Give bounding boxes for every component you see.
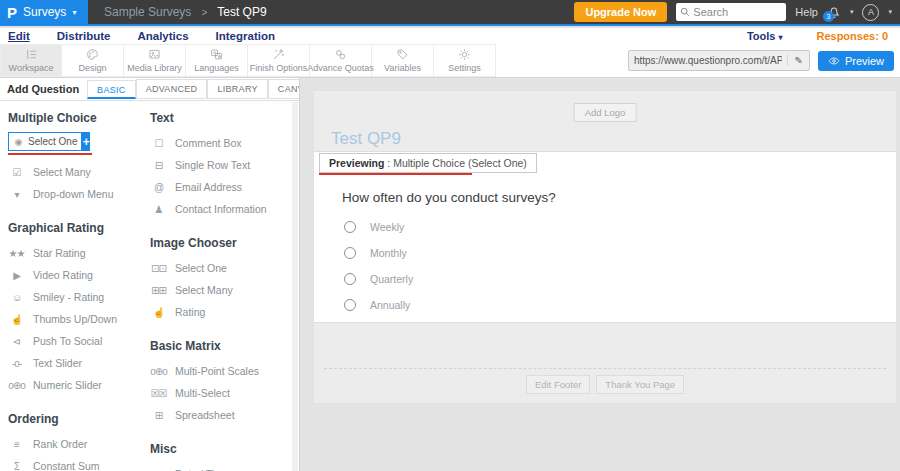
section-heading: Text [150, 111, 292, 125]
survey-title[interactable]: Test QP9 [331, 129, 401, 149]
nav-analytics[interactable]: Analytics [137, 30, 188, 42]
responses-count[interactable]: Responses: 0 [816, 30, 888, 42]
nav-integration[interactable]: Integration [216, 30, 275, 42]
chevron-down-icon[interactable]: ▾ [850, 8, 854, 16]
edit-toolbar: Workspace Design Media Library Languages… [0, 44, 900, 78]
gear-icon [458, 48, 471, 61]
tab-advanced[interactable]: ADVANCED [136, 79, 208, 99]
question-type-comment-box[interactable]: ☐ Comment Box [150, 132, 292, 154]
tab-basic[interactable]: BASIC [87, 80, 136, 99]
question-type-single-row-text[interactable]: ⊟ Single Row Text [150, 154, 292, 176]
toolbar-variables[interactable]: Variables [372, 44, 434, 77]
section-misc: Misc ▦ Date / Time ⌨ Captcha ▦ Calendar [150, 442, 292, 471]
question-type-push-to-social[interactable]: ⊲ Push To Social [8, 330, 150, 352]
question-type-spreadsheet[interactable]: ⊞ Spreadsheet [150, 404, 292, 426]
survey-nav: Edit Distribute Analytics Integration To… [0, 28, 900, 44]
toolbar-advance-quotas[interactable]: Advance Quotas [310, 44, 372, 77]
breadcrumb-current: Test QP9 [217, 5, 266, 19]
survey-url-input[interactable] [629, 55, 788, 66]
survey-url-field[interactable]: ✎ [628, 50, 810, 71]
edit-footer-button[interactable]: Edit Footer [526, 375, 590, 394]
numeric-slider-icon: o⊕o [8, 380, 25, 391]
comment-box-icon: ☐ [150, 138, 167, 149]
toolbar-media-library[interactable]: Media Library [124, 44, 186, 77]
question-type-smiley-rating[interactable]: ☺ Smiley - Rating [8, 286, 150, 308]
magic-wand-icon [272, 48, 285, 61]
product-menu-label: Surveys [23, 5, 66, 19]
question-type-numeric-slider[interactable]: o⊕o Numeric Slider [8, 374, 150, 396]
tab-canvas[interactable]: CANVAS [268, 79, 300, 99]
question-type-dropdown-menu[interactable]: ▾ Drop-down Menu [8, 183, 150, 205]
question-type-star-rating[interactable]: ★★ Star Rating [8, 242, 150, 264]
global-search[interactable] [676, 3, 786, 21]
radio-icon[interactable] [344, 299, 356, 311]
quotas-icon [334, 48, 347, 61]
toolbar-languages[interactable]: Languages [186, 44, 248, 77]
add-select-one-button[interactable]: + [82, 132, 90, 151]
question-type-image-select-one[interactable]: ⊡⊡ Select One [150, 257, 292, 279]
question-type-multi-select[interactable]: ☒☒ Multi-Select [150, 382, 292, 404]
option-quarterly[interactable]: Quarterly [344, 266, 413, 292]
add-question-panel: Add Question BASIC ADVANCED LIBRARY CANV… [0, 78, 300, 471]
add-logo-button[interactable]: Add Logo [574, 103, 637, 122]
notifications-button[interactable]: 3 [827, 5, 841, 19]
tools-menu[interactable]: Tools ▾ [747, 30, 783, 42]
question-type-multi-point-scales[interactable]: o⊕o Multi-Point Scales [150, 360, 292, 382]
nav-right: Tools ▾ Responses: 0 [747, 30, 900, 42]
option-monthly[interactable]: Monthly [344, 240, 413, 266]
radio-icon[interactable] [344, 273, 356, 285]
help-link[interactable]: Help [795, 6, 818, 18]
sigma-icon: Σ [8, 461, 25, 471]
chevron-down-icon[interactable]: ▾ [888, 8, 892, 16]
search-input[interactable] [693, 6, 777, 18]
breadcrumb: Sample Surveys > Test QP9 [104, 0, 267, 24]
question-type-rank-order[interactable]: ≡ Rank Order [8, 433, 150, 455]
email-icon: @ [150, 182, 167, 193]
radio-icon[interactable] [344, 247, 356, 259]
edit-url-icon[interactable]: ✎ [787, 55, 808, 66]
nav-edit[interactable]: Edit [8, 30, 30, 42]
toolbar-workspace[interactable]: Workspace [0, 44, 62, 77]
avatar[interactable]: A [862, 4, 879, 21]
image-select-many-icon: ⊞⊞ [150, 285, 167, 296]
nav-distribute[interactable]: Distribute [57, 30, 111, 42]
survey-page: Add Logo Test QP9 Previewing : Multiple … [313, 90, 897, 404]
image-icon [148, 48, 161, 61]
upgrade-now-button[interactable]: Upgrade Now [574, 2, 667, 22]
surveys-product-menu[interactable]: P Surveys ▾ [0, 0, 88, 24]
question-type-thumbs-up-down[interactable]: ☝ Thumbs Up/Down [8, 308, 150, 330]
question-type-image-select-many[interactable]: ⊞⊞ Select Many [150, 279, 292, 301]
question-type-text-slider[interactable]: -o- Text Slider [8, 352, 150, 374]
questionpro-app: P Surveys ▾ Sample Surveys > Test QP9 Up… [0, 0, 900, 471]
panel-scrollbar[interactable] [292, 102, 298, 471]
preview-button[interactable]: Preview [818, 51, 894, 71]
toolbar-settings[interactable]: Settings [434, 44, 496, 77]
answer-options: Weekly Monthly Quarterly Annually [344, 214, 413, 318]
question-type-contact-information[interactable]: ♟ Contact Information [150, 198, 292, 220]
multi-point-scales-icon: o⊕o [150, 366, 167, 377]
tab-library[interactable]: LIBRARY [207, 79, 267, 99]
thank-you-page-button[interactable]: Thank You Page [596, 375, 684, 394]
chevron-down-icon: ▾ [778, 33, 782, 42]
option-weekly[interactable]: Weekly [344, 214, 413, 240]
chevron-down-icon: ▾ [72, 8, 76, 17]
question-type-select-one[interactable]: ◉ Select One + [8, 132, 90, 151]
radio-icon[interactable] [344, 221, 356, 233]
star-rating-icon: ★★ [8, 248, 25, 259]
question-type-email-address[interactable]: @ Email Address [150, 176, 292, 198]
question-type-video-rating[interactable]: ▶ Video Rating [8, 264, 150, 286]
tag-icon [396, 48, 409, 61]
question-type-select-many[interactable]: ☑ Select Many [8, 161, 150, 183]
video-rating-icon: ▶ [8, 270, 25, 281]
single-row-text-icon: ⊟ [150, 160, 167, 171]
question-type-date-time[interactable]: ▦ Date / Time [150, 463, 292, 471]
topbar-right: Upgrade Now Help 3 ▾ A ▾ [574, 0, 900, 24]
question-type-constant-sum[interactable]: Σ Constant Sum [8, 455, 150, 471]
section-heading: Multiple Choice [8, 111, 150, 125]
toolbar-design[interactable]: Design [62, 44, 124, 77]
section-heading: Image Chooser [150, 236, 292, 250]
option-annually[interactable]: Annually [344, 292, 413, 318]
breadcrumb-parent[interactable]: Sample Surveys [104, 5, 191, 19]
question-type-image-rating[interactable]: ☝ Rating [150, 301, 292, 323]
toolbar-finish-options[interactable]: Finish Options [248, 44, 310, 77]
